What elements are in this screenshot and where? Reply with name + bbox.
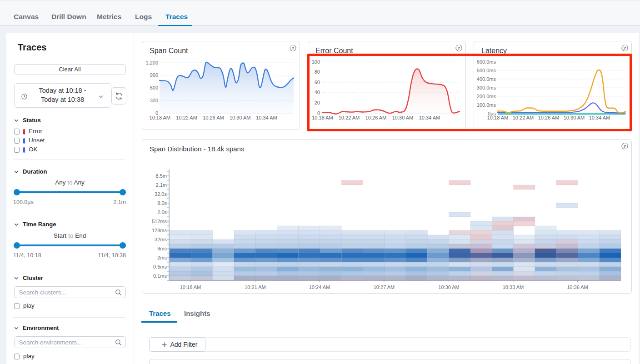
svg-text:10:33 AM: 10:33 AM (503, 284, 524, 290)
svg-text:512ms: 512ms (152, 219, 167, 224)
svg-text:128ms: 128ms (152, 228, 167, 233)
svg-text:10:27 AM: 10:27 AM (374, 284, 395, 290)
svg-text:0.5ms: 0.5ms (153, 264, 167, 269)
svg-text:300: 300 (150, 98, 158, 103)
svg-text:8ms: 8ms (157, 246, 167, 251)
svg-text:600: 600 (150, 85, 158, 90)
svg-text:10:22 AM: 10:22 AM (176, 115, 197, 120)
svg-text:8.0s: 8.0s (157, 200, 167, 206)
svg-text:32.0s: 32.0s (155, 191, 167, 197)
svg-text:32ms: 32ms (155, 237, 167, 242)
svg-text:10:24 AM: 10:24 AM (309, 284, 330, 290)
svg-text:10:30 AM: 10:30 AM (438, 284, 459, 290)
svg-text:10:34 AM: 10:34 AM (256, 115, 277, 120)
svg-text:8.5m: 8.5m (156, 173, 167, 179)
svg-text:10:18 AM: 10:18 AM (150, 115, 170, 120)
svg-text:900: 900 (150, 72, 158, 78)
svg-text:2.0s: 2.0s (157, 209, 167, 215)
svg-text:0.1ms: 0.1ms (153, 273, 167, 279)
svg-text:10:21 AM: 10:21 AM (245, 284, 265, 290)
svg-text:2.1m: 2.1m (156, 182, 167, 188)
svg-text:1,200: 1,200 (145, 60, 158, 65)
svg-text:10:26 AM: 10:26 AM (203, 115, 224, 120)
svg-text:10:30 AM: 10:30 AM (230, 115, 250, 120)
svg-text:10:36 AM: 10:36 AM (567, 284, 588, 290)
svg-text:10:18 AM: 10:18 AM (180, 284, 201, 290)
svg-text:2ms: 2ms (157, 255, 167, 260)
